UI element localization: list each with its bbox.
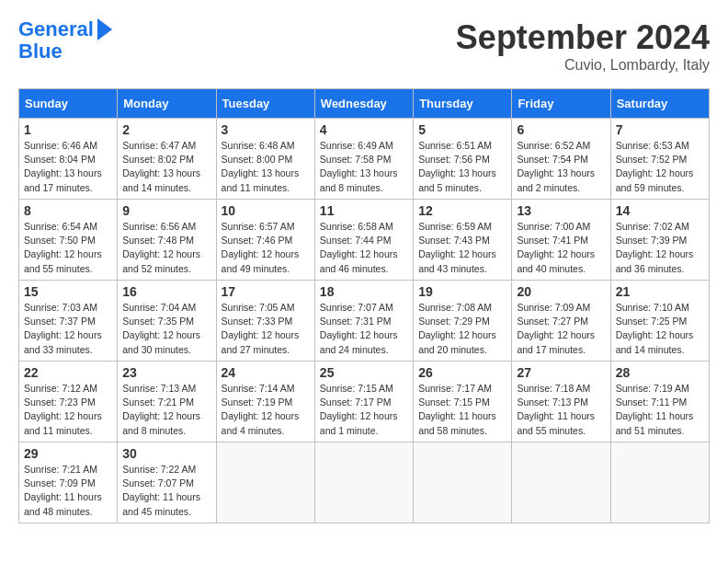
daylight-label: Daylight: 12 hours and 11 minutes. bbox=[24, 410, 102, 435]
sunrise-label: Sunrise: 6:49 AM bbox=[320, 140, 393, 151]
day-number: 1 bbox=[24, 122, 112, 137]
sunrise-label: Sunrise: 7:15 AM bbox=[320, 383, 393, 394]
col-wednesday: Wednesday bbox=[314, 89, 413, 119]
daylight-label: Daylight: 11 hours and 45 minutes. bbox=[122, 491, 200, 516]
table-row: 25 Sunrise: 7:15 AM Sunset: 7:17 PM Dayl… bbox=[314, 362, 413, 442]
sunrise-label: Sunrise: 7:17 AM bbox=[418, 383, 492, 394]
daylight-label: Daylight: 13 hours and 2 minutes. bbox=[517, 167, 595, 192]
day-number: 30 bbox=[122, 446, 210, 461]
sunrise-label: Sunrise: 7:22 AM bbox=[122, 464, 196, 475]
day-number: 10 bbox=[222, 203, 310, 218]
logo: General Blue bbox=[18, 18, 112, 63]
day-info: Sunrise: 7:19 AM Sunset: 7:11 PM Dayligh… bbox=[616, 382, 704, 438]
table-row: 13 Sunrise: 7:00 AM Sunset: 7:41 PM Dayl… bbox=[512, 200, 610, 281]
sunrise-label: Sunrise: 7:14 AM bbox=[222, 383, 295, 394]
sunrise-label: Sunrise: 7:02 AM bbox=[616, 221, 689, 232]
table-row: 12 Sunrise: 6:59 AM Sunset: 7:43 PM Dayl… bbox=[414, 200, 512, 281]
table-row: 21 Sunrise: 7:10 AM Sunset: 7:25 PM Dayl… bbox=[610, 281, 709, 362]
table-row: 19 Sunrise: 7:08 AM Sunset: 7:29 PM Dayl… bbox=[414, 281, 512, 362]
logo-text-blue: Blue bbox=[18, 40, 112, 63]
table-row: 23 Sunrise: 7:13 AM Sunset: 7:21 PM Dayl… bbox=[118, 362, 216, 442]
logo-text-general: General bbox=[18, 18, 94, 40]
title-section: September 2024 Cuvio, Lombardy, Italy bbox=[456, 18, 710, 74]
day-info: Sunrise: 7:00 AM Sunset: 7:41 PM Dayligh… bbox=[517, 220, 605, 276]
day-info: Sunrise: 7:07 AM Sunset: 7:31 PM Dayligh… bbox=[320, 301, 408, 357]
sunset-label: Sunset: 7:27 PM bbox=[517, 316, 588, 327]
daylight-label: Daylight: 12 hours and 55 minutes. bbox=[24, 248, 102, 273]
sunrise-label: Sunrise: 6:57 AM bbox=[222, 221, 295, 232]
table-row: 2 Sunrise: 6:47 AM Sunset: 8:02 PM Dayli… bbox=[118, 119, 216, 200]
calendar-row: 29 Sunrise: 7:21 AM Sunset: 7:09 PM Dayl… bbox=[19, 442, 710, 523]
day-number: 27 bbox=[517, 365, 605, 380]
sunrise-label: Sunrise: 7:04 AM bbox=[122, 302, 196, 313]
daylight-label: Daylight: 12 hours and 24 minutes. bbox=[320, 329, 398, 354]
sunset-label: Sunset: 7:29 PM bbox=[418, 316, 490, 327]
day-number: 25 bbox=[320, 365, 408, 380]
sunset-label: Sunset: 8:04 PM bbox=[24, 154, 96, 165]
daylight-label: Daylight: 12 hours and 43 minutes. bbox=[418, 248, 496, 273]
day-number: 28 bbox=[616, 365, 704, 380]
day-number: 3 bbox=[222, 122, 310, 137]
day-info: Sunrise: 7:21 AM Sunset: 7:09 PM Dayligh… bbox=[24, 463, 112, 519]
day-number: 9 bbox=[122, 203, 210, 218]
sunset-label: Sunset: 8:02 PM bbox=[122, 154, 194, 165]
day-number: 21 bbox=[616, 284, 704, 299]
daylight-label: Daylight: 12 hours and 52 minutes. bbox=[122, 248, 200, 273]
sunset-label: Sunset: 7:44 PM bbox=[320, 235, 392, 246]
sunrise-label: Sunrise: 6:47 AM bbox=[122, 140, 196, 151]
day-info: Sunrise: 6:53 AM Sunset: 7:52 PM Dayligh… bbox=[616, 139, 704, 195]
day-number: 22 bbox=[24, 365, 112, 380]
day-info: Sunrise: 6:51 AM Sunset: 7:56 PM Dayligh… bbox=[418, 139, 506, 195]
sunset-label: Sunset: 7:07 PM bbox=[122, 477, 194, 488]
day-info: Sunrise: 7:08 AM Sunset: 7:29 PM Dayligh… bbox=[418, 301, 506, 357]
sunrise-label: Sunrise: 6:56 AM bbox=[122, 221, 196, 232]
location: Cuvio, Lombardy, Italy bbox=[456, 57, 710, 74]
sunset-label: Sunset: 7:11 PM bbox=[616, 396, 688, 408]
table-row: 14 Sunrise: 7:02 AM Sunset: 7:39 PM Dayl… bbox=[610, 200, 709, 281]
day-info: Sunrise: 6:46 AM Sunset: 8:04 PM Dayligh… bbox=[24, 139, 112, 195]
table-row: 16 Sunrise: 7:04 AM Sunset: 7:35 PM Dayl… bbox=[118, 281, 216, 362]
daylight-label: Daylight: 13 hours and 17 minutes. bbox=[24, 167, 102, 192]
table-row: 11 Sunrise: 6:58 AM Sunset: 7:44 PM Dayl… bbox=[314, 200, 413, 281]
sunrise-label: Sunrise: 7:13 AM bbox=[122, 383, 196, 394]
day-info: Sunrise: 6:52 AM Sunset: 7:54 PM Dayligh… bbox=[517, 139, 605, 195]
sunset-label: Sunset: 7:37 PM bbox=[24, 316, 96, 327]
sunset-label: Sunset: 8:00 PM bbox=[222, 154, 293, 165]
day-number: 18 bbox=[320, 284, 408, 299]
day-number: 2 bbox=[122, 122, 210, 137]
sunset-label: Sunset: 7:54 PM bbox=[517, 154, 588, 165]
daylight-label: Daylight: 12 hours and 30 minutes. bbox=[122, 329, 200, 354]
sunrise-label: Sunrise: 6:54 AM bbox=[24, 221, 97, 232]
calendar-row: 22 Sunrise: 7:12 AM Sunset: 7:23 PM Dayl… bbox=[19, 362, 710, 442]
day-number: 6 bbox=[517, 122, 605, 137]
day-number: 11 bbox=[320, 203, 408, 218]
table-row: 24 Sunrise: 7:14 AM Sunset: 7:19 PM Dayl… bbox=[216, 362, 314, 442]
sunrise-label: Sunrise: 7:07 AM bbox=[320, 302, 393, 313]
day-info: Sunrise: 6:54 AM Sunset: 7:50 PM Dayligh… bbox=[24, 220, 112, 276]
sunrise-label: Sunrise: 7:00 AM bbox=[517, 221, 590, 232]
table-row: 29 Sunrise: 7:21 AM Sunset: 7:09 PM Dayl… bbox=[19, 442, 118, 523]
day-number: 29 bbox=[24, 446, 112, 461]
page-header: General Blue September 2024 Cuvio, Lomba… bbox=[18, 18, 710, 74]
table-row bbox=[216, 442, 314, 523]
daylight-label: Daylight: 13 hours and 14 minutes. bbox=[122, 167, 200, 192]
col-sunday: Sunday bbox=[19, 89, 118, 119]
daylight-label: Daylight: 12 hours and 20 minutes. bbox=[418, 329, 496, 354]
table-row: 10 Sunrise: 6:57 AM Sunset: 7:46 PM Dayl… bbox=[216, 200, 314, 281]
daylight-label: Daylight: 12 hours and 59 minutes. bbox=[616, 167, 694, 192]
table-row: 17 Sunrise: 7:05 AM Sunset: 7:33 PM Dayl… bbox=[216, 281, 314, 362]
sunset-label: Sunset: 7:46 PM bbox=[222, 235, 293, 246]
sunset-label: Sunset: 7:31 PM bbox=[320, 316, 392, 327]
col-thursday: Thursday bbox=[414, 89, 512, 119]
day-info: Sunrise: 7:09 AM Sunset: 7:27 PM Dayligh… bbox=[517, 301, 605, 357]
sunrise-label: Sunrise: 7:10 AM bbox=[616, 302, 689, 313]
table-row bbox=[314, 442, 413, 523]
daylight-label: Daylight: 12 hours and 36 minutes. bbox=[616, 248, 694, 273]
daylight-label: Daylight: 12 hours and 17 minutes. bbox=[517, 329, 595, 354]
sunset-label: Sunset: 7:13 PM bbox=[517, 396, 588, 408]
table-row: 22 Sunrise: 7:12 AM Sunset: 7:23 PM Dayl… bbox=[19, 362, 118, 442]
daylight-label: Daylight: 12 hours and 33 minutes. bbox=[24, 329, 102, 354]
sunset-label: Sunset: 7:17 PM bbox=[320, 396, 392, 408]
sunset-label: Sunset: 7:35 PM bbox=[122, 316, 194, 327]
table-row: 6 Sunrise: 6:52 AM Sunset: 7:54 PM Dayli… bbox=[512, 119, 610, 200]
